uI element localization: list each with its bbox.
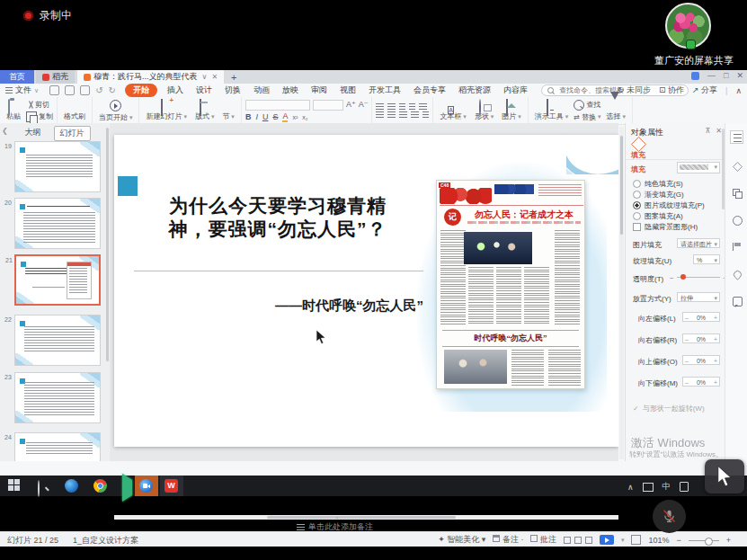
slide-thumbnail-20[interactable]: 20 xyxy=(14,198,101,249)
copy-button[interactable]: 复制 xyxy=(26,111,53,122)
close-button[interactable]: ✕ xyxy=(736,71,743,80)
slide-title[interactable]: 为什么今天要学习穆青精 神，要强调“勿忘人民”？ xyxy=(125,194,431,241)
tab-docer[interactable]: 稻壳 xyxy=(36,70,75,84)
shared-cursor-overlay[interactable] xyxy=(705,459,744,493)
tray-display-icon[interactable] xyxy=(643,483,654,492)
bold-button[interactable]: B xyxy=(245,112,252,121)
superscript-button[interactable]: x² xyxy=(292,114,298,120)
redo-icon[interactable]: ↻ xyxy=(109,85,116,95)
cut-button[interactable]: 剪切 xyxy=(26,100,53,110)
taskbar-video-app[interactable] xyxy=(120,479,133,493)
pin-panel-icon[interactable]: ⊼ xyxy=(705,127,710,135)
help-strip-icon[interactable] xyxy=(730,213,743,227)
flag-strip-icon[interactable] xyxy=(730,240,743,253)
collaborate-button[interactable]: ⊡ 协作 xyxy=(659,84,684,96)
text-direction-icon[interactable] xyxy=(422,111,429,118)
design-scheme[interactable]: 1_自定义设计方案 xyxy=(73,535,138,547)
texture-fill-dropdown[interactable]: % xyxy=(693,254,720,264)
option-pattern-fill[interactable]: 图案填充(A) xyxy=(633,211,683,221)
slide-thumbnail-22[interactable]: 22 xyxy=(14,315,101,366)
menu-view[interactable]: 视图 xyxy=(333,84,362,96)
save-icon[interactable] xyxy=(49,85,59,95)
start-button[interactable] xyxy=(8,479,22,493)
presenter-avatar[interactable] xyxy=(665,3,711,49)
rotate-with-shape-option[interactable]: ✓与形状一起旋转(W) xyxy=(633,404,705,413)
font-name-box[interactable] xyxy=(245,100,310,111)
canvas-vscrollbar[interactable] xyxy=(619,127,624,459)
line-spacing-icon[interactable] xyxy=(419,103,427,110)
effects-strip-icon[interactable] xyxy=(730,159,743,173)
menu-transition[interactable]: 切换 xyxy=(218,84,247,96)
shape-button[interactable]: 形状 ▾ xyxy=(472,98,496,123)
paste-button[interactable]: 粘贴 xyxy=(4,98,23,123)
tab-dropdown-icon[interactable]: ∨ xyxy=(202,73,208,81)
zoom-level[interactable]: 101% xyxy=(648,536,669,545)
menu-content-lib[interactable]: 内容库 xyxy=(497,84,534,96)
textbox-button[interactable]: A 文本框 ▾ xyxy=(437,98,468,123)
select-button[interactable]: 选择 ▾ xyxy=(604,98,628,123)
font-shrink-button[interactable]: A⁻ xyxy=(359,100,369,111)
smart-beautify-button[interactable]: ✦ 智能美化 ▾ xyxy=(438,534,485,546)
slide-subtitle[interactable]: ——时代呼唤“勿忘人民” xyxy=(197,298,423,315)
new-tab-button[interactable]: + xyxy=(224,70,244,84)
font-grow-button[interactable]: A⁺ xyxy=(346,100,356,111)
fit-slide-icon[interactable] xyxy=(631,535,641,545)
slide-accent-square[interactable] xyxy=(118,176,138,196)
play-options-icon[interactable]: ▾ xyxy=(621,537,625,544)
menu-animation[interactable]: 动画 xyxy=(247,84,276,96)
layers-strip-icon[interactable] xyxy=(730,186,743,200)
offset-left-spinner[interactable]: 0% xyxy=(682,312,720,322)
print-icon[interactable] xyxy=(80,85,90,95)
font-color-button[interactable]: A xyxy=(282,112,288,122)
sidebar-scrollbar[interactable] xyxy=(106,128,109,361)
slide-thumbnail-23[interactable]: 23 xyxy=(14,372,101,423)
picture-button[interactable]: 图片 ▾ xyxy=(499,98,523,123)
menu-member[interactable]: 会员专享 xyxy=(407,84,452,96)
indent-increase-icon[interactable] xyxy=(409,103,415,110)
slide-thumbnail-24[interactable]: 24 xyxy=(14,432,101,461)
undo-icon[interactable]: ↺ xyxy=(95,85,102,95)
newspaper-image[interactable]: C48 记 勿忘人民：记者成才之本 时代呼唤“勿忘人民” xyxy=(436,180,585,389)
slider-minus[interactable]: − xyxy=(670,274,674,282)
number-list-icon[interactable] xyxy=(387,103,396,110)
replace-button[interactable]: ⇄替换▾ xyxy=(574,112,600,122)
underline-button[interactable]: U xyxy=(262,112,269,121)
comments-button[interactable]: 批注 xyxy=(530,534,556,546)
taskbar-browser-app[interactable] xyxy=(65,479,78,493)
menu-slideshow[interactable]: 放映 xyxy=(276,84,305,96)
taskbar-search-button[interactable] xyxy=(36,479,49,493)
picture-fill-dropdown[interactable]: 请选择图片 xyxy=(677,238,720,248)
align-right-icon[interactable] xyxy=(399,111,407,118)
zoom-out-button[interactable]: − xyxy=(676,536,680,545)
slide-thumbnail-19[interactable]: 19 xyxy=(14,141,101,192)
maximize-button[interactable]: □ xyxy=(724,71,728,80)
file-menu[interactable]: 文件∨ xyxy=(0,84,44,96)
slides-tab[interactable]: 幻灯片 xyxy=(54,126,91,141)
properties-strip-icon[interactable] xyxy=(730,130,743,144)
present-tools-button[interactable]: 演示工具 ▾ xyxy=(532,98,571,123)
comment-strip-icon[interactable] xyxy=(730,294,743,307)
font-size-box[interactable] xyxy=(313,100,343,111)
slider-knob[interactable] xyxy=(680,274,686,280)
share-button[interactable]: ↗ 分享 xyxy=(692,84,717,96)
canvas-hscrollbar[interactable] xyxy=(114,515,618,520)
menu-review[interactable]: 审阅 xyxy=(305,84,333,96)
italic-button[interactable]: I xyxy=(255,112,258,121)
align-justify-icon[interactable] xyxy=(411,111,419,118)
ime-indicator[interactable]: 中 xyxy=(663,481,671,493)
subscript-button[interactable]: x₂ xyxy=(302,114,307,120)
find-button[interactable]: 查找 xyxy=(574,100,600,111)
outline-tab[interactable]: 大纲 xyxy=(20,126,47,141)
offset-right-spinner[interactable]: 0% xyxy=(682,333,720,343)
bullet-list-icon[interactable] xyxy=(376,103,384,110)
option-picture-texture-fill[interactable]: 图片或纹理填充(P) xyxy=(633,200,705,210)
zoom-slider[interactable] xyxy=(689,540,719,541)
indent-decrease-icon[interactable] xyxy=(399,103,405,110)
option-solid-fill[interactable]: 纯色填充(S) xyxy=(633,179,683,189)
menu-insert[interactable]: 插入 xyxy=(161,84,190,96)
slideshow-play-button[interactable] xyxy=(600,535,614,545)
collapse-ribbon-icon[interactable]: ∧ xyxy=(735,86,742,95)
notes-button[interactable]: 备注 · xyxy=(493,534,523,546)
slide-thumbnail-21-selected[interactable]: 21 xyxy=(14,254,101,306)
transparency-slider[interactable]: − + xyxy=(677,272,720,282)
